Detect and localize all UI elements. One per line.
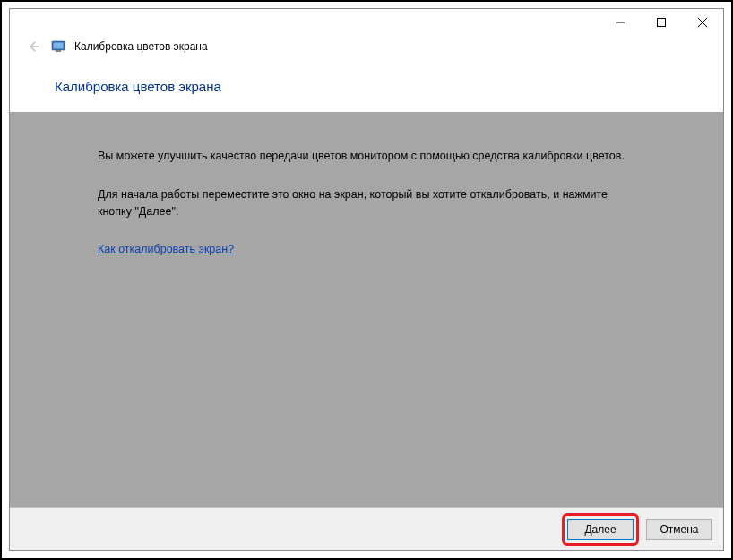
screenshot-frame: Калибровка цветов экрана Калибровка цвет… [0,0,733,560]
cancel-button[interactable]: Отмена [646,519,712,540]
close-button[interactable] [682,9,723,36]
page-title: Калибровка цветов экрана [10,63,723,112]
header-title: Калибровка цветов экрана [74,40,208,53]
svg-rect-5 [54,43,64,49]
intro-paragraph-2: Для начала работы переместите это окно н… [98,186,635,220]
monitor-icon [51,39,65,54]
help-link[interactable]: Как откалибровать экран? [98,241,234,258]
svg-rect-1 [658,19,666,27]
intro-paragraph-1: Вы можете улучшить качество передачи цве… [98,148,635,165]
svg-rect-6 [56,50,61,52]
content-area: Вы можете улучшить качество передачи цве… [10,112,723,507]
back-arrow-icon [24,38,42,56]
calibration-window: Калибровка цветов экрана Калибровка цвет… [9,8,724,551]
header-row: Калибровка цветов экрана [10,36,723,63]
next-button[interactable]: Далее [567,519,634,540]
highlight-next-button: Далее [562,513,639,546]
footer-bar: Далее Отмена [10,507,723,550]
minimize-button[interactable] [599,9,641,36]
maximize-button[interactable] [641,9,682,36]
titlebar [10,9,723,36]
